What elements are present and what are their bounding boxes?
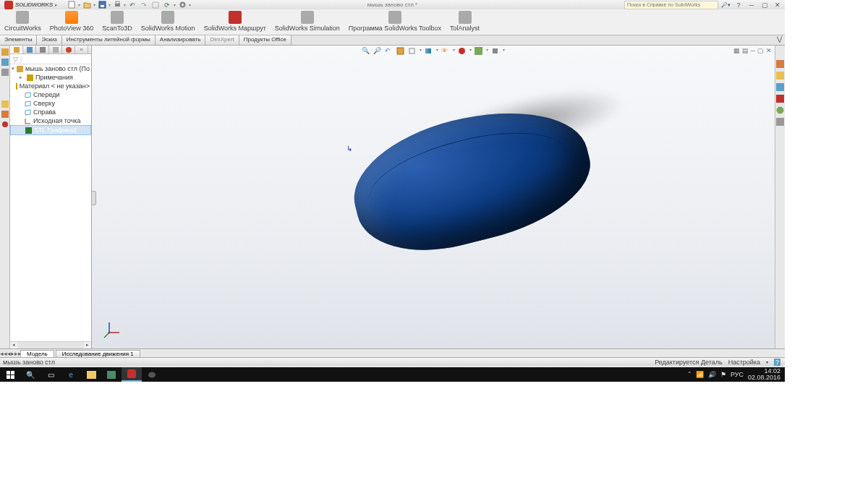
tree-plane-front[interactable]: Спереди (10, 90, 91, 99)
addin-scanto3d[interactable]: ScanTo3D (98, 9, 137, 35)
tab-mold-tools[interactable]: Инструменты литейной формы (62, 35, 156, 45)
tree-origin[interactable]: Исходная точка (10, 116, 91, 125)
expand-icon[interactable]: ▾ (12, 66, 14, 72)
panel-tab-property-manager[interactable] (23, 46, 36, 53)
viewport-maximize-icon[interactable]: ▢ (757, 47, 764, 54)
display-style-dropdown[interactable]: ▾ (436, 47, 438, 56)
tab-features[interactable]: Элементы (0, 35, 37, 45)
select-icon[interactable] (150, 0, 161, 10)
panel-horizontal-scrollbar[interactable]: ◂ ▸ (10, 341, 91, 348)
section-view-icon[interactable] (396, 47, 405, 56)
panel-splitter[interactable] (92, 191, 96, 205)
addin-simulation[interactable]: SolidWorks Simulation (271, 9, 344, 35)
tab-office-products[interactable]: Продукты Office (239, 35, 292, 45)
addin-motion[interactable]: SolidWorks Motion (137, 9, 200, 35)
save-icon[interactable] (97, 0, 107, 10)
tree-plane-top[interactable]: Сверху (10, 99, 91, 108)
rail-library-icon[interactable] (1, 100, 9, 108)
options-icon[interactable] (177, 0, 187, 10)
tree-stl-graphics[interactable]: STL Графика1 (10, 125, 91, 135)
tab-evaluate[interactable]: Анализировать (156, 35, 206, 45)
graphics-viewport[interactable]: 🔍 🔎 ↶ ▾ ▾ 👁 ▾ ▾ ▾ ▾ ▦ ▤ ─ (92, 46, 775, 348)
scene-dropdown[interactable]: ▾ (486, 47, 488, 56)
new-file-dropdown[interactable]: ▾ (78, 2, 80, 7)
help-search-input[interactable] (624, 1, 718, 9)
viewport-minimize-icon[interactable]: ─ (751, 47, 755, 54)
panel-tab-display[interactable] (62, 46, 75, 53)
rebuild-dropdown[interactable]: ▾ (174, 2, 176, 7)
start-button[interactable] (0, 367, 20, 382)
rail-drawing-icon[interactable] (1, 69, 9, 76)
search-button[interactable]: 🔍 (20, 367, 41, 382)
open-file-icon[interactable] (82, 0, 92, 10)
options-dropdown[interactable]: ▾ (189, 2, 191, 7)
task-view-button[interactable]: ▭ (41, 367, 61, 382)
appearance-dropdown[interactable]: ▾ (469, 47, 472, 56)
taskpane-view-palette-icon[interactable] (776, 95, 784, 104)
tray-flag-icon[interactable]: ⚑ (720, 371, 726, 378)
panel-tab-configuration[interactable] (36, 46, 49, 53)
solidworks-taskbar-icon[interactable] (122, 367, 142, 382)
rebuild-icon[interactable]: ⟳ (162, 0, 172, 10)
minimize-icon[interactable]: ─ (746, 1, 757, 9)
print-icon[interactable] (112, 0, 122, 10)
view-orientation-dropdown[interactable]: ▾ (420, 47, 422, 56)
filter-funnel-icon[interactable]: ▽ (13, 56, 18, 63)
tab-dimxpert[interactable]: DimXpert (205, 35, 239, 45)
viewport-arrange-icon[interactable]: ▦ (733, 47, 740, 54)
view-settings-icon[interactable] (491, 47, 500, 56)
panel-tab-dimxpert[interactable] (49, 46, 62, 53)
app-menu-caret[interactable]: ▸ (55, 2, 58, 8)
status-custom-dropdown-icon[interactable]: ▾ (766, 359, 768, 364)
save-dropdown[interactable]: ▾ (109, 2, 111, 7)
tab-sketch[interactable]: Эскиз (37, 35, 61, 45)
rail-part-icon[interactable] (1, 48, 9, 56)
addin-circuitworks[interactable]: CircuitWorks (0, 9, 46, 35)
hide-show-dropdown[interactable]: ▾ (453, 47, 455, 56)
bottom-tab-model[interactable]: Модель (20, 350, 54, 357)
addin-photoview360[interactable]: PhotoView 360 (46, 9, 98, 35)
new-file-icon[interactable] (67, 0, 77, 10)
undo-icon[interactable]: ↶ (127, 0, 137, 10)
rail-assembly-icon[interactable] (1, 59, 9, 66)
addin-tolanalyst[interactable]: TolAnalyst (446, 9, 484, 35)
taskpane-appearances-icon[interactable] (776, 106, 784, 116)
bottom-tab-motion-study[interactable]: Исследование движения 1 (56, 350, 140, 357)
tray-chevron-icon[interactable]: ˄ (688, 371, 692, 378)
model-body[interactable] (352, 111, 598, 241)
rail-appearance-icon[interactable] (1, 121, 9, 128)
tray-volume-icon[interactable]: 🔊 (708, 371, 716, 378)
rail-view-icon[interactable] (1, 111, 9, 118)
open-file-dropdown[interactable]: ▾ (93, 2, 95, 7)
display-style-icon[interactable] (425, 47, 433, 56)
tab-nav-controls[interactable]: ◂◂◂▸▸▸ (0, 350, 19, 357)
edge-browser-icon[interactable]: e (61, 367, 81, 382)
status-custom-label[interactable]: Настройка (728, 359, 760, 366)
tree-annotations[interactable]: ▸ Примечания (10, 73, 91, 82)
scroll-right-icon[interactable]: ▸ (84, 342, 91, 348)
other-app-icon[interactable] (142, 367, 162, 382)
search-dropdown-icon[interactable]: 🔎▾ (720, 1, 731, 9)
taskpane-custom-props-icon[interactable] (776, 118, 784, 127)
edit-appearance-icon[interactable] (458, 47, 467, 56)
addin-routing[interactable]: SolidWorks Маршрут (200, 9, 271, 35)
view-triad-icon[interactable] (102, 320, 122, 340)
apply-scene-icon[interactable] (475, 47, 483, 56)
addin-toolbox[interactable]: Программа SolidWorks Toolbox (344, 9, 446, 35)
zoom-area-icon[interactable]: 🔎 (373, 47, 382, 56)
viewport-close-icon[interactable]: ✕ (766, 47, 772, 54)
close-icon[interactable]: ✕ (772, 1, 783, 9)
taskpane-design-library-icon[interactable] (776, 72, 784, 81)
tree-plane-right[interactable]: Справа (10, 108, 91, 116)
expand-icon[interactable]: ▸ (20, 74, 25, 80)
tree-material[interactable]: Материал < не указан> (10, 82, 91, 90)
taskpane-file-explorer-icon[interactable] (776, 83, 784, 93)
view-settings-dropdown[interactable]: ▾ (503, 47, 505, 56)
view-orientation-icon[interactable] (408, 47, 417, 56)
help-icon[interactable]: ? (733, 1, 744, 9)
print-dropdown[interactable]: ▾ (124, 2, 126, 7)
tray-network-icon[interactable]: 📶 (696, 371, 704, 378)
viewport-tiled-icon[interactable]: ▤ (742, 47, 749, 54)
scroll-left-icon[interactable]: ◂ (10, 342, 17, 348)
panel-tab-more[interactable]: » (75, 46, 88, 53)
